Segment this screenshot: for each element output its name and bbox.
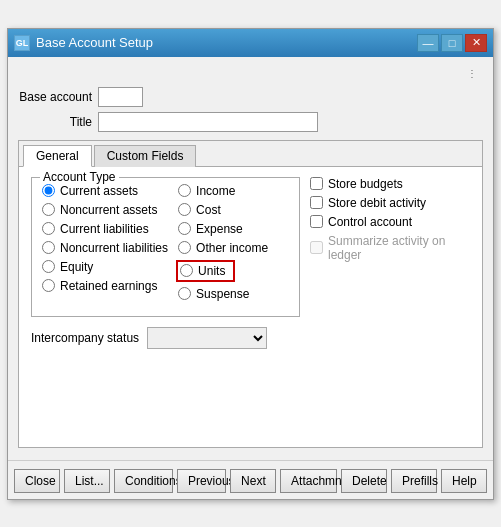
radio-row-other-income: Other income [178,241,268,255]
radio-label-cost: Cost [196,203,221,217]
radio-row-retained-earnings: Retained earnings [42,279,168,293]
maximize-button[interactable]: □ [441,34,463,52]
title-bar-left: GL Base Account Setup [14,35,153,51]
units-highlight-box: Units [176,260,235,282]
radio-row-income: Income [178,184,268,198]
base-account-input[interactable] [98,87,143,107]
conditions-button[interactable]: Conditions.. [114,469,173,493]
summarize-row: Summarize activity on ledger [310,234,470,262]
account-type-radios: Current assets Noncurrent assets Current… [42,184,289,306]
radio-col-left: Current assets Noncurrent assets Current… [42,184,168,306]
tab-custom-fields[interactable]: Custom Fields [94,145,197,167]
radio-label-noncurrent-liabilities: Noncurrent liabilities [60,241,168,255]
radio-label-retained-earnings: Retained earnings [60,279,157,293]
left-column: Account Type Current assets [31,177,300,349]
attachments-button[interactable]: Attachmnts [280,469,337,493]
title-input[interactable] [98,112,318,132]
radio-noncurrent-liabilities[interactable] [42,241,55,254]
base-account-label: Base account [18,90,98,104]
checkbox-store-debit-activity[interactable] [310,196,323,209]
radio-label-noncurrent-assets: Noncurrent assets [60,203,157,217]
summarize-label: Summarize activity on ledger [328,234,470,262]
tab-container: General Custom Fields Account Type [18,140,483,448]
delete-button[interactable]: Delete [341,469,387,493]
radio-current-liabilities[interactable] [42,222,55,235]
list-button[interactable]: List... [64,469,110,493]
intercompany-select[interactable] [147,327,267,349]
radio-cost[interactable] [178,203,191,216]
title-buttons: — □ ✕ [417,34,487,52]
radio-row-suspense: Suspense [178,287,268,301]
window-content: ⋮ Base account Title General Custom Fiel… [8,57,493,456]
radio-row-noncurrent-assets: Noncurrent assets [42,203,168,217]
title-bar: GL Base Account Setup — □ ✕ [8,29,493,57]
checkbox-store-budgets[interactable] [310,177,323,190]
checkbox-label-store-budgets: Store budgets [328,177,403,191]
radio-label-units: Units [198,264,225,278]
account-type-group: Account Type Current assets [31,177,300,317]
checkbox-label-store-debit-activity: Store debit activity [328,196,426,210]
radio-label-current-assets: Current assets [60,184,138,198]
close-window-button[interactable]: ✕ [465,34,487,52]
main-window: GL Base Account Setup — □ ✕ ⋮ Base accou… [7,28,494,500]
previous-button[interactable]: Previous [177,469,226,493]
radio-current-assets[interactable] [42,184,55,197]
checkbox-label-control-account: Control account [328,215,412,229]
bottom-bar: Close List... Conditions.. Previous Next… [8,460,493,499]
intercompany-label: Intercompany status [31,331,139,345]
radio-noncurrent-assets[interactable] [42,203,55,216]
radio-label-income: Income [196,184,235,198]
radio-col-right: Income Cost Expense [178,184,268,306]
close-button[interactable]: Close [14,469,60,493]
account-type-title: Account Type [40,170,119,184]
radio-row-cost: Cost [178,203,268,217]
tab-general-content: Account Type Current assets [19,167,482,447]
checkbox-row-control-account: Control account [310,215,470,229]
menu-bar: ⋮ [18,65,483,83]
window-title: Base Account Setup [36,35,153,50]
radio-equity[interactable] [42,260,55,273]
checkbox-row-store-debit-activity: Store debit activity [310,196,470,210]
prefills-button[interactable]: Prefills [391,469,437,493]
radio-row-expense: Expense [178,222,268,236]
title-row: Title [18,112,483,132]
main-layout: Account Type Current assets [31,177,470,349]
right-column: Store budgets Store debit activity Contr… [310,177,470,349]
radio-label-other-income: Other income [196,241,268,255]
menu-dots: ⋮ [467,68,479,79]
radio-label-current-liabilities: Current liabilities [60,222,149,236]
checkbox-row-store-budgets: Store budgets [310,177,470,191]
radio-expense[interactable] [178,222,191,235]
radio-label-expense: Expense [196,222,243,236]
radio-row-units: Units [178,260,268,282]
radio-other-income[interactable] [178,241,191,254]
radio-units[interactable] [180,264,193,277]
radio-label-equity: Equity [60,260,93,274]
radio-retained-earnings[interactable] [42,279,55,292]
radio-row-current-liabilities: Current liabilities [42,222,168,236]
radio-row-equity: Equity [42,260,168,274]
tab-bar: General Custom Fields [19,141,482,167]
minimize-button[interactable]: — [417,34,439,52]
checkbox-summarize[interactable] [310,241,323,254]
tab-general[interactable]: General [23,145,92,167]
radio-income[interactable] [178,184,191,197]
title-label: Title [18,115,98,129]
gl-icon: GL [14,35,30,51]
radio-label-suspense: Suspense [196,287,249,301]
radio-row-noncurrent-liabilities: Noncurrent liabilities [42,241,168,255]
next-button[interactable]: Next [230,469,276,493]
intercompany-row: Intercompany status [31,327,300,349]
radio-row-current-assets: Current assets [42,184,168,198]
help-button[interactable]: Help [441,469,487,493]
base-account-row: Base account [18,87,483,107]
checkbox-control-account[interactable] [310,215,323,228]
radio-suspense[interactable] [178,287,191,300]
